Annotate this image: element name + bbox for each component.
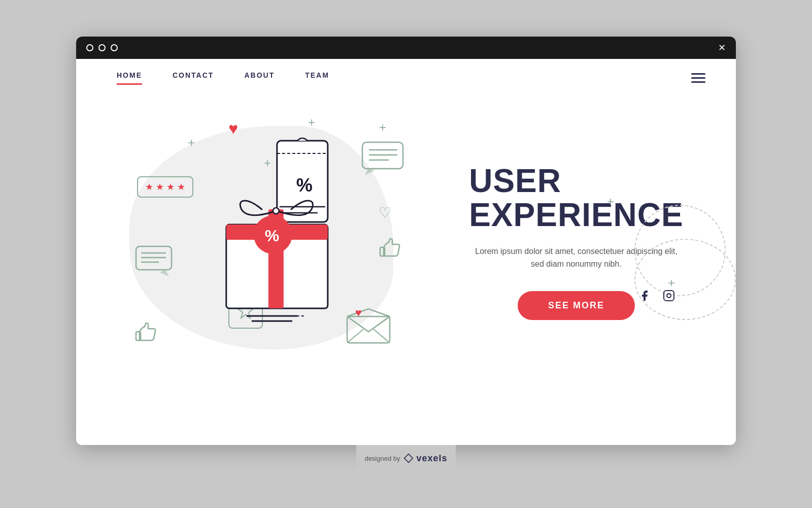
svg-text:%: %: [296, 175, 313, 196]
main-section: ♥ + + + + + ★ ★ ★ ★: [76, 85, 736, 410]
hamburger-line-2: [691, 77, 705, 79]
svg-line-15: [374, 329, 390, 343]
plus-icon-3: +: [308, 115, 315, 130]
close-icon[interactable]: ✕: [718, 42, 726, 53]
facebook-icon[interactable]: [638, 290, 651, 305]
svg-marker-10: [160, 270, 169, 276]
footer: designed by vexels: [356, 445, 455, 472]
right-section: + + USER EXPERIENCE Lorem ipsum dolor si…: [417, 164, 705, 320]
browser-dots: [86, 44, 118, 51]
nav-home[interactable]: HOME: [117, 71, 142, 85]
plus-icon-right-2: +: [668, 276, 675, 290]
hamburger-line-3: [691, 81, 705, 83]
nav-about[interactable]: ABOUT: [244, 71, 275, 85]
social-icons: [638, 290, 675, 305]
hamburger-line-1: [691, 73, 705, 75]
nav-contact[interactable]: CONTACT: [173, 71, 214, 85]
illustration-section: ♥ + + + + + ★ ★ ★ ★: [107, 95, 417, 390]
hamburger-menu-icon[interactable]: [691, 73, 705, 83]
browser-titlebar: ✕: [76, 37, 736, 59]
vexels-brand: vexels: [417, 453, 448, 464]
browser-dot-2: [98, 44, 106, 51]
star-4: ★: [177, 181, 185, 193]
page-content: HOME CONTACT ABOUT TEAM ♥ + +: [76, 59, 736, 445]
footer-designed-by: designed by: [364, 455, 400, 462]
nav-team[interactable]: TEAM: [305, 71, 329, 85]
see-more-button[interactable]: SEE MORE: [518, 291, 635, 320]
thumbs-up-right: [379, 237, 401, 265]
navbar: HOME CONTACT ABOUT TEAM: [76, 59, 736, 85]
svg-point-26: [273, 208, 279, 214]
nav-links: HOME CONTACT ABOUT TEAM: [117, 71, 329, 85]
star-3: ★: [166, 181, 175, 193]
plus-icon-5: +: [379, 120, 386, 135]
browser-dot-1: [86, 44, 93, 51]
gift-illustration: % %: [196, 136, 368, 329]
chat-bubble-left: [134, 245, 175, 280]
svg-line-14: [347, 329, 363, 343]
vexels-diamond-icon: [403, 453, 414, 463]
plus-icon-1: +: [188, 136, 195, 150]
thumbs-up-left: [134, 322, 157, 349]
instagram-icon[interactable]: [663, 290, 675, 305]
star-2: ★: [156, 181, 164, 193]
svg-marker-32: [404, 454, 413, 463]
svg-rect-30: [664, 291, 674, 301]
browser-dot-3: [111, 44, 118, 51]
browser-window: ✕ HOME CONTACT ABOUT TEAM: [76, 37, 736, 445]
svg-text:%: %: [265, 227, 279, 245]
dashed-circle-bottom: [634, 239, 736, 320]
plus-icon-right-1: +: [607, 195, 614, 209]
star-rating-box: ★ ★ ★ ★: [137, 176, 193, 198]
star-1: ★: [145, 181, 153, 193]
heart-like-icon: ♡: [379, 204, 391, 221]
